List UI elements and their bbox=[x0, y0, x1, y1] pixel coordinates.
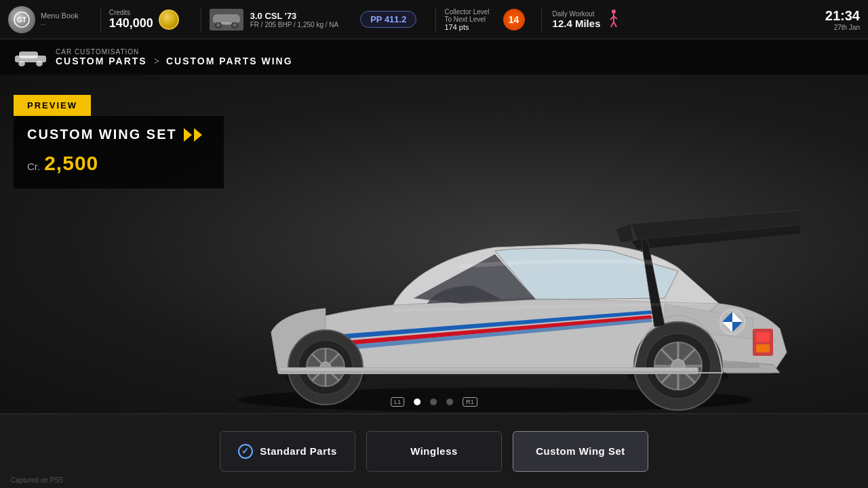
credits-coin-icon bbox=[159, 9, 179, 30]
collector-level-badge: 14 bbox=[503, 9, 525, 30]
capture-label: Captured on PS5 bbox=[11, 476, 63, 484]
runner-icon bbox=[607, 9, 620, 30]
custom-wing-set-button[interactable]: Custom Wing Set bbox=[513, 431, 648, 472]
svg-line-13 bbox=[611, 22, 614, 27]
svg-point-18 bbox=[36, 61, 43, 66]
main-viewport: BMW bbox=[0, 75, 868, 413]
svg-point-7 bbox=[216, 23, 220, 27]
car-thumbnail bbox=[210, 9, 243, 30]
gt-logo: GT bbox=[8, 6, 35, 33]
car-silhouette-icon bbox=[14, 47, 47, 66]
car-info: 3.0 CSL '73 FR / 205 BHP / 1,250 kg / NA bbox=[250, 11, 338, 28]
breadcrumb-wing: CUSTOM PARTS WING bbox=[166, 56, 293, 66]
svg-point-8 bbox=[233, 23, 237, 27]
preview-name: CUSTOM WING SET bbox=[27, 127, 177, 142]
chevron-1 bbox=[184, 128, 192, 142]
credits-value: 140,000 bbox=[109, 16, 153, 30]
standard-parts-check-icon: ✓ bbox=[238, 444, 253, 459]
menu-book-label: Menu Book bbox=[41, 12, 79, 20]
svg-text:GT: GT bbox=[17, 16, 26, 24]
carousel-dot-1[interactable] bbox=[414, 399, 420, 405]
breadcrumb-separator: > bbox=[154, 56, 159, 66]
price-amount: 2,500 bbox=[44, 152, 98, 175]
credits-label: Credits bbox=[109, 9, 153, 16]
time-area: 21:34 27th Jan bbox=[825, 8, 860, 31]
preview-panel: PREVIEW CUSTOM WING SET Cr. 2,500 bbox=[14, 95, 224, 188]
car-thumbnail-area: 3.0 CSL '73 FR / 205 BHP / 1,250 kg / NA bbox=[210, 9, 338, 30]
breadcrumb-section-label: CAR CUSTOMISATION bbox=[56, 48, 293, 56]
carousel-dots: L1 R1 bbox=[391, 397, 477, 407]
preview-content: CUSTOM WING SET Cr. 2,500 bbox=[14, 116, 224, 188]
daily-workout-miles: 12.4 Miles bbox=[553, 18, 601, 29]
chevron-2 bbox=[194, 128, 202, 142]
pp-badge: PP 411.2 bbox=[360, 11, 416, 28]
divider-2 bbox=[201, 7, 201, 32]
svg-rect-46 bbox=[279, 368, 697, 371]
carousel-dot-2[interactable] bbox=[430, 399, 437, 405]
preview-price: Cr. 2,500 bbox=[27, 152, 210, 175]
custom-wing-set-label: Custom Wing Set bbox=[536, 445, 625, 457]
preview-name-row: CUSTOM WING SET bbox=[27, 127, 210, 142]
svg-point-9 bbox=[612, 9, 616, 14]
right-trigger-label: R1 bbox=[462, 397, 477, 407]
wingless-label: Wingless bbox=[410, 445, 458, 457]
bottom-bar: ✓ Standard Parts Wingless Custom Wing Se… bbox=[0, 413, 868, 488]
svg-rect-16 bbox=[19, 52, 38, 58]
car-specs: FR / 205 BHP / 1,250 kg / NA bbox=[250, 21, 338, 28]
svg-line-14 bbox=[614, 22, 616, 27]
daily-workout-section: Daily Workout 12.4 Miles bbox=[553, 10, 601, 29]
svg-rect-22 bbox=[756, 332, 770, 342]
divider-3 bbox=[435, 7, 436, 32]
car-visual: BMW bbox=[190, 129, 800, 413]
clock-time: 21:34 bbox=[825, 8, 860, 24]
carousel-dot-3[interactable] bbox=[446, 399, 453, 405]
collector-next-label: To Next Level bbox=[444, 16, 489, 23]
menu-book-sub: -- bbox=[41, 20, 79, 28]
svg-rect-20 bbox=[719, 363, 760, 368]
divider-4 bbox=[541, 7, 542, 32]
wingless-button[interactable]: Wingless bbox=[366, 431, 502, 472]
preview-badge: PREVIEW bbox=[14, 95, 91, 116]
breadcrumb-parts: CUSTOM PARTS bbox=[56, 56, 147, 66]
svg-point-17 bbox=[18, 61, 25, 66]
standard-parts-label: Standard Parts bbox=[260, 445, 337, 457]
collector-pts: 174 pts bbox=[444, 23, 489, 31]
preview-chevrons-icon bbox=[184, 128, 202, 142]
breadcrumb-bar: CAR CUSTOMISATION CUSTOM PARTS > CUSTOM … bbox=[0, 39, 868, 75]
svg-rect-2 bbox=[210, 9, 243, 30]
price-cr-label: Cr. bbox=[27, 161, 40, 172]
svg-rect-23 bbox=[756, 344, 770, 352]
left-trigger-label: L1 bbox=[391, 397, 404, 407]
car-name: 3.0 CSL '73 bbox=[250, 11, 338, 21]
menu-book-section: Menu Book -- bbox=[41, 12, 79, 28]
daily-workout-label: Daily Workout bbox=[553, 10, 601, 18]
collector-section: Collector Level To Next Level 174 pts bbox=[444, 8, 489, 31]
credits-section: Credits 140,000 bbox=[109, 9, 153, 30]
standard-parts-button[interactable]: ✓ Standard Parts bbox=[220, 431, 355, 472]
collector-label: Collector Level bbox=[444, 8, 489, 16]
clock-date: 27th Jan bbox=[834, 24, 860, 31]
divider-1 bbox=[100, 7, 101, 32]
top-bar: GT Menu Book -- Credits 140,000 3.0 CSL … bbox=[0, 0, 868, 39]
